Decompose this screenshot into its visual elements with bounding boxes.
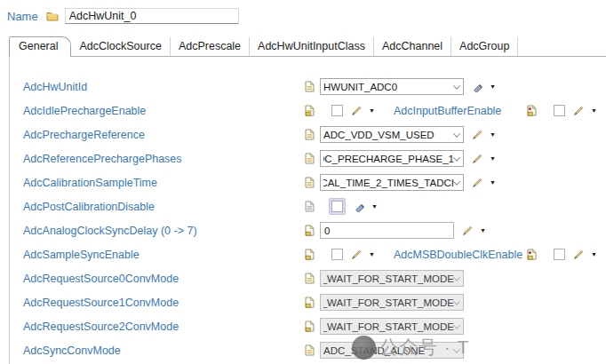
chevron-down-icon — [453, 345, 460, 352]
config-doc-icon — [305, 249, 315, 260]
field-label: AdcAnalogClockSyncDelay (0 -> 7) — [10, 225, 305, 237]
row-adcreferenceprechargephases: AdcReferencePrechargePhases ADC_PRECHARG… — [10, 146, 606, 170]
config-doc-icon — [305, 273, 315, 284]
config-doc-icon — [305, 177, 315, 188]
config-doc-icon — [305, 344, 315, 356]
adchwunitid-combobox[interactable]: HWUNIT_ADC0 — [320, 78, 464, 95]
adcprechargereference-combobox[interactable]: ADC_VDD_VSM_USED — [320, 126, 464, 143]
combobox-value: ADC_VDD_VSM_USED — [323, 130, 454, 140]
field-label-adcmsbdoubleclkenable: AdcMSBDoubleClkEnable — [394, 249, 527, 261]
tab-bar: General AdcClockSource AdcPrescale AdcHw… — [9, 36, 606, 56]
field-label: AdcRequestSource2ConvMode — [10, 320, 305, 333]
row-adcprechargereference: AdcPrechargeReference ADC_VDD_VSM_USED ▼ — [10, 123, 606, 146]
adcidleprechargeenable-checkbox[interactable] — [331, 105, 343, 116]
row-adcrequestsource2convmode: AdcRequestSource2ConvMode ADC_WAIT_FOR_S… — [10, 314, 606, 338]
field-label: AdcRequestSource1ConvMode — [10, 297, 305, 309]
folder-icon — [46, 11, 59, 21]
adcrequestsource1convmode-combobox: ADC_WAIT_FOR_START_MODE — [320, 294, 464, 311]
tab-adchwunitinputclass[interactable]: AdcHwUnitInputClass — [250, 37, 374, 56]
dropdown-arrow-icon[interactable]: ▼ — [591, 251, 597, 257]
row-adcsyncconvmode: AdcSyncConvMode ADC_STAND_ALONE — [10, 338, 606, 362]
field-label: AdcCalibrationSampleTime — [10, 177, 305, 189]
row-adcidleprechargeenable: AdcIdlePrechargeEnable ▼ AdcInputBufferE… — [10, 99, 606, 123]
adcanalogclocksyncdelay-input[interactable] — [320, 222, 454, 239]
field-label: AdcPrechargeReference — [10, 129, 305, 141]
row-adcsamplesyncenable: AdcSampleSyncEnable ▼ AdcMSBDoubleClkEna… — [10, 242, 606, 266]
row-adcanalogclocksyncdelay: AdcAnalogClockSyncDelay (0 -> 7) ▼ — [10, 218, 606, 242]
combobox-value: HWUNIT_ADC0 — [323, 82, 454, 92]
row-adcrequestsource0convmode: AdcRequestSource0ConvMode ADC_WAIT_FOR_S… — [10, 266, 606, 290]
dropdown-arrow-icon[interactable]: ▼ — [591, 107, 597, 114]
field-label: AdcSyncConvMode — [10, 344, 305, 357]
pencil-icon[interactable] — [351, 249, 363, 260]
combobox-value: ADC_WAIT_FOR_START_MODE — [323, 321, 454, 332]
config-doc-icon — [305, 320, 315, 332]
name-label: Name — [7, 10, 38, 23]
config-doc-icon — [305, 153, 315, 164]
config-doc-icon — [305, 225, 315, 236]
chevron-down-icon — [453, 178, 460, 185]
adcreferenceprechargephases-combobox[interactable]: ADC_PRECHARGE_PHASE_1 — [320, 150, 464, 167]
eraser-icon[interactable] — [472, 81, 483, 92]
chevron-down-icon — [453, 154, 460, 161]
chevron-down-icon — [453, 130, 460, 137]
row-adcpostcalibrationdisable: AdcPostCalibrationDisable ▼ — [10, 194, 606, 218]
config-doc-icon — [305, 105, 315, 116]
pencil-icon[interactable] — [573, 249, 585, 260]
general-tab-panel: AdcHwUnitId HWUNIT_ADC0 ▼ AdcIdlePrechar… — [9, 56, 606, 364]
field-label-adcinputbufferenable: AdcInputBufferEnable — [394, 105, 527, 117]
dropdown-arrow-icon[interactable]: ▼ — [369, 107, 375, 114]
field-label: AdcRequestSource0ConvMode — [10, 273, 305, 285]
adcpostcalibrationdisable-checkbox[interactable] — [331, 201, 343, 212]
pencil-icon[interactable] — [472, 129, 483, 140]
tab-adcgroup[interactable]: AdcGroup — [451, 37, 518, 56]
field-label: AdcHwUnitId — [10, 81, 305, 93]
dropdown-arrow-icon[interactable]: ▼ — [371, 203, 378, 210]
config-doc-icon — [527, 105, 537, 116]
config-doc-icon — [305, 129, 315, 140]
tab-adcchannel[interactable]: AdcChannel — [374, 37, 451, 56]
field-label: AdcPostCalibrationDisable — [10, 201, 305, 213]
config-doc-icon — [305, 201, 315, 212]
name-header: Name — [7, 8, 239, 24]
combobox-value: ADC_PRECHARGE_PHASE_1 — [323, 154, 454, 164]
config-doc-icon — [527, 249, 537, 260]
pencil-icon[interactable] — [573, 105, 585, 116]
adcrequestsource2convmode-combobox: ADC_WAIT_FOR_START_MODE — [320, 318, 464, 335]
adcsamplesyncenable-checkbox[interactable] — [331, 249, 343, 260]
field-label: AdcIdlePrechargeEnable — [10, 105, 305, 117]
pencil-icon[interactable] — [472, 153, 483, 164]
dropdown-arrow-icon[interactable]: ▼ — [480, 227, 486, 233]
chevron-down-icon — [453, 82, 460, 89]
adcmsbdoubleclkenable-checkbox[interactable] — [554, 249, 565, 260]
combobox-value: ADC_WAIT_FOR_START_MODE — [323, 297, 454, 308]
dropdown-arrow-icon[interactable]: ▼ — [490, 83, 496, 90]
dropdown-arrow-icon[interactable]: ▼ — [490, 179, 496, 186]
pencil-icon[interactable] — [472, 177, 483, 188]
dropdown-arrow-icon[interactable]: ▼ — [369, 251, 375, 257]
pencil-icon[interactable] — [462, 225, 474, 236]
adccalibrationsampletime-combobox[interactable]: ADC_CAL_TIME_2_TIMES_TADCI — [320, 174, 464, 191]
adcsyncconvmode-combobox: ADC_STAND_ALONE — [320, 342, 464, 359]
eraser-icon[interactable] — [354, 201, 365, 212]
row-adccalibrationsampletime: AdcCalibrationSampleTime ADC_CAL_TIME_2_… — [10, 170, 606, 194]
field-label: AdcReferencePrechargePhases — [10, 153, 305, 165]
dropdown-arrow-icon[interactable]: ▼ — [490, 131, 496, 138]
pencil-icon[interactable] — [351, 105, 363, 116]
dropdown-arrow-icon[interactable]: ▼ — [490, 155, 496, 162]
config-doc-icon — [305, 297, 315, 308]
tab-general[interactable]: General — [9, 36, 71, 57]
config-doc-icon — [305, 81, 315, 92]
chevron-down-icon — [453, 273, 460, 281]
row-adcrequestsource1convmode: AdcRequestSource1ConvMode ADC_WAIT_FOR_S… — [10, 290, 606, 314]
adcrequestsource0convmode-combobox: ADC_WAIT_FOR_START_MODE — [320, 270, 464, 287]
tab-adcclocksource[interactable]: AdcClockSource — [71, 37, 170, 56]
row-adchwunitid: AdcHwUnitId HWUNIT_ADC0 ▼ — [10, 75, 606, 99]
combobox-value: ADC_STAND_ALONE — [323, 345, 454, 356]
chevron-down-icon — [453, 297, 460, 305]
adcinputbufferenable-checkbox[interactable] — [554, 105, 565, 116]
tab-adcprescale[interactable]: AdcPrescale — [171, 37, 250, 56]
combobox-value: ADC_CAL_TIME_2_TIMES_TADCI — [323, 178, 454, 188]
checkbox-focus-ring — [329, 198, 346, 215]
name-input[interactable] — [65, 8, 239, 24]
